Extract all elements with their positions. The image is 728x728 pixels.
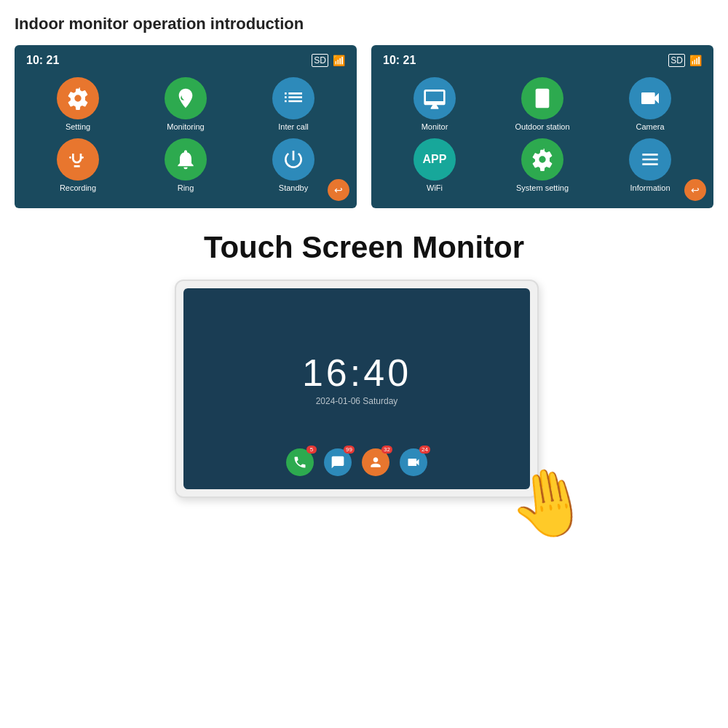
svg-point-2 [540, 92, 544, 95]
app-sysset[interactable]: System setting [491, 138, 594, 192]
screen1-time: 10: 21 [26, 54, 59, 67]
outdoor-icon-circle [521, 77, 563, 119]
info-label: Information [630, 183, 670, 192]
monitoring-icon-circle [165, 77, 207, 119]
recording-label: Recording [60, 183, 96, 192]
setting-icon-circle [57, 77, 99, 119]
screen1-grid: Setting Monitoring Inter call [26, 77, 345, 192]
wifi-app-icon-circle: APP [414, 138, 456, 181]
svg-rect-3 [540, 99, 544, 105]
outdoor-label: Outdoor station [515, 122, 569, 131]
hand-icon: 🤚 [502, 459, 596, 548]
camera-label: Camera [636, 122, 664, 131]
intercall-label: Inter call [278, 122, 309, 131]
camera-icon-circle [629, 77, 671, 119]
monitor-wrapper: 16:40 2024-01-06 Saturday 5 [175, 280, 553, 513]
sd-icon2: SD [668, 54, 685, 67]
screens-row: 10: 21 SD 📶 Setting [15, 45, 713, 208]
app-outdoor[interactable]: Outdoor station [491, 77, 594, 131]
mini-app-video[interactable]: 24 [400, 448, 427, 476]
recording-icon-circle [57, 138, 99, 181]
big-date: 2024-01-06 Saturday [316, 396, 398, 406]
info-icon-circle [629, 138, 671, 181]
app-setting[interactable]: Setting [26, 77, 130, 131]
screen1-header: 10: 21 SD 📶 [26, 54, 345, 67]
screen2-header: 10: 21 SD 📶 [383, 54, 702, 67]
monitor-inner-screen: 16:40 2024-01-06 Saturday 5 [183, 288, 530, 489]
sysset-label: System setting [516, 183, 569, 192]
big-time: 16:40 [302, 354, 411, 392]
app-monitor[interactable]: Monitor [383, 77, 486, 131]
screen2-grid: Monitor Outdoor station Camera [383, 77, 702, 192]
wifi-label: WiFi [427, 183, 443, 192]
ring-icon-circle [165, 138, 207, 181]
mini-app-person[interactable]: 32 [362, 448, 389, 476]
intercall-icon-circle [272, 77, 314, 119]
page-title: Indoor monitor operation introduction [15, 15, 713, 33]
screen1-back-button[interactable]: ↩ [328, 179, 349, 201]
monitor-label: Monitor [422, 122, 448, 131]
app-recording[interactable]: Recording [26, 138, 130, 192]
screen2-time: 10: 21 [383, 54, 416, 67]
sd-icon: SD [312, 54, 328, 67]
wifi-icon2: 📶 [689, 55, 702, 66]
monitoring-label: Monitoring [167, 122, 204, 131]
app-wifi[interactable]: APP WiFi [383, 138, 486, 192]
setting-label: Setting [66, 122, 90, 131]
screen1: 10: 21 SD 📶 Setting [15, 45, 357, 208]
app-ring[interactable]: Ring [134, 138, 237, 192]
page-container: Indoor monitor operation introduction 10… [0, 0, 728, 728]
screen1-top-icons: SD 📶 [312, 54, 345, 67]
touch-section: Touch Screen Monitor 16:40 2024-01-06 Sa… [15, 230, 713, 513]
standby-label: Standby [279, 183, 308, 192]
chat-badge: 99 [344, 446, 355, 454]
screen2-top-icons: SD 📶 [668, 54, 702, 67]
person-badge: 32 [381, 446, 392, 454]
touch-title: Touch Screen Monitor [204, 230, 524, 265]
app-camera[interactable]: Camera [598, 77, 702, 131]
app-intercall[interactable]: Inter call [242, 77, 345, 131]
mini-app-phone[interactable]: 5 [286, 448, 314, 476]
screen2-back-button[interactable]: ↩ [684, 179, 706, 201]
mini-app-chat[interactable]: 99 [324, 448, 352, 476]
sysset-icon-circle [521, 138, 563, 181]
wifi-icon: 📶 [333, 55, 345, 66]
phone-badge: 5 [306, 446, 317, 454]
video-badge: 24 [419, 446, 430, 454]
standby-icon-circle [272, 138, 314, 181]
monitor-body: 16:40 2024-01-06 Saturday 5 [175, 280, 539, 498]
screen2: 10: 21 SD 📶 Monitor [371, 45, 713, 208]
monitor-icon-circle [414, 77, 456, 119]
app-monitoring[interactable]: Monitoring [134, 77, 237, 131]
bottom-app-row: 5 99 [286, 448, 427, 476]
ring-label: Ring [178, 183, 194, 192]
